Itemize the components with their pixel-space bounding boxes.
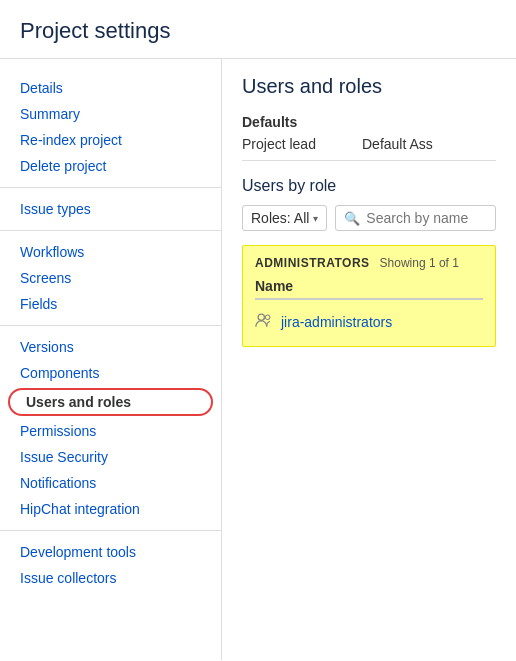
sidebar-item-notifications[interactable]: Notifications [0, 470, 221, 496]
roles-label: Roles: All [251, 210, 309, 226]
section-title: Users and roles [242, 75, 496, 98]
sidebar-item-dev-tools[interactable]: Development tools [0, 539, 221, 565]
sidebar-item-screens[interactable]: Screens [0, 265, 221, 291]
sidebar-item-reindex[interactable]: Re-index project [0, 127, 221, 153]
sidebar-item-hipchat[interactable]: HipChat integration [0, 496, 221, 522]
sidebar-item-permissions[interactable]: Permissions [0, 418, 221, 444]
sidebar-item-summary[interactable]: Summary [0, 101, 221, 127]
project-lead-key: Project lead [242, 136, 362, 152]
svg-point-0 [258, 314, 264, 320]
sidebar-item-versions[interactable]: Versions [0, 334, 221, 360]
sidebar-divider [0, 187, 221, 188]
filter-row: Roles: All ▾ 🔍 [242, 205, 496, 231]
sidebar-divider [0, 230, 221, 231]
search-input[interactable] [366, 210, 487, 226]
sidebar-item-issue-collectors[interactable]: Issue collectors [0, 565, 221, 591]
search-box: 🔍 [335, 205, 496, 231]
users-by-role-title: Users by role [242, 177, 496, 195]
defaults-row: Project lead Default Ass [242, 136, 496, 161]
admins-title: ADMINISTRATORS [255, 256, 370, 270]
page-header: Project settings [0, 0, 516, 59]
admin-name[interactable]: jira-administrators [281, 314, 392, 330]
admins-body: Name jira-administrators [255, 278, 483, 336]
sidebar-item-users-roles[interactable]: Users and roles [8, 388, 213, 416]
chevron-down-icon: ▾ [313, 213, 318, 224]
sidebar-divider [0, 530, 221, 531]
sidebar-item-components[interactable]: Components [0, 360, 221, 386]
sidebar: DetailsSummaryRe-index projectDelete pro… [0, 59, 222, 660]
admins-header: ADMINISTRATORS Showing 1 of 1 [255, 256, 483, 270]
sidebar-item-delete[interactable]: Delete project [0, 153, 221, 179]
roles-dropdown[interactable]: Roles: All ▾ [242, 205, 327, 231]
col-name-header: Name [255, 278, 483, 300]
project-lead-value: Default Ass [362, 136, 433, 152]
main-content: Users and roles Defaults Project lead De… [222, 59, 516, 660]
defaults-section: Defaults Project lead Default Ass [242, 114, 496, 161]
search-icon: 🔍 [344, 211, 360, 226]
sidebar-item-issue-security[interactable]: Issue Security [0, 444, 221, 470]
page-title: Project settings [20, 18, 496, 44]
sidebar-item-workflows[interactable]: Workflows [0, 239, 221, 265]
sidebar-item-fields[interactable]: Fields [0, 291, 221, 317]
sidebar-item-details[interactable]: Details [0, 75, 221, 101]
sidebar-divider [0, 325, 221, 326]
administrators-section: ADMINISTRATORS Showing 1 of 1 Name jira-… [242, 245, 496, 347]
svg-point-1 [265, 315, 270, 320]
defaults-label: Defaults [242, 114, 496, 130]
sidebar-item-issue-types[interactable]: Issue types [0, 196, 221, 222]
layout: DetailsSummaryRe-index projectDelete pro… [0, 59, 516, 660]
admin-row: jira-administrators [255, 308, 483, 336]
showing-text: Showing 1 of 1 [380, 256, 459, 270]
group-icon [255, 312, 273, 332]
